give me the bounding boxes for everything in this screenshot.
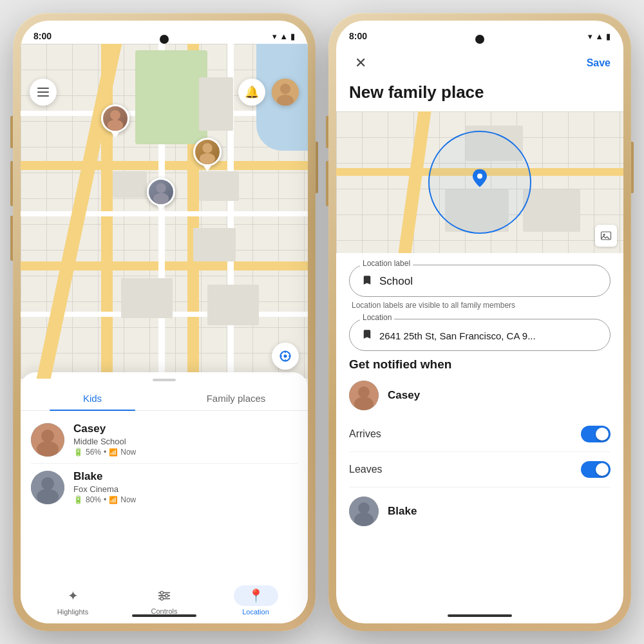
notify-avatar-casey — [349, 381, 379, 410]
map-block-2 — [193, 228, 236, 261]
map-block-5 — [207, 285, 259, 325]
svg-point-19 — [41, 430, 54, 442]
svg-point-34 — [358, 386, 370, 398]
svg-point-29 — [160, 597, 164, 600]
leaves-toggle[interactable] — [581, 461, 611, 478]
arrives-label: Arrives — [349, 428, 381, 440]
kid-avatar-blake — [31, 471, 64, 504]
map-block-4 — [199, 171, 239, 202]
save-button[interactable]: Save — [587, 57, 611, 69]
bell-icon: 🔔 — [245, 85, 259, 99]
phone-screen-1: 8:00 ▾ ▲ ▮ — [21, 21, 308, 623]
silent-button — [10, 216, 13, 261]
kid-name-blake: Blake — [73, 470, 298, 483]
location-button[interactable] — [272, 343, 299, 370]
family-place-map — [336, 111, 623, 253]
kid-status-blake: 🔋 80% • 📶 Now — [73, 495, 298, 504]
notification-button[interactable]: 🔔 — [238, 79, 265, 106]
arrives-toggle[interactable] — [581, 426, 611, 442]
notify-section-title: Get notified when — [349, 357, 611, 372]
close-button[interactable]: ✕ — [349, 52, 372, 75]
notify-person-casey: Casey — [349, 381, 611, 410]
map-area: 🔔 — [21, 44, 308, 379]
label-bookmark-icon — [361, 274, 373, 289]
svg-point-37 — [358, 502, 370, 514]
fp-content: Location label School Location labels ar… — [336, 253, 623, 538]
pin-avatar-mom — [193, 138, 222, 166]
map-top-controls: 🔔 — [21, 73, 308, 111]
phone-2: 8:00 ▾ ▲ ▮ ✕ Save New family place — [328, 13, 631, 631]
fp-block-3 — [523, 189, 580, 232]
kid-item-casey[interactable]: Casey Middle School 🔋 56% • 📶 Now — [21, 416, 308, 463]
svg-point-13 — [284, 355, 287, 358]
crosshair-icon — [279, 350, 292, 363]
svg-rect-8 — [37, 95, 49, 97]
svg-point-22 — [41, 477, 54, 490]
tab-family-places[interactable]: Family places — [164, 386, 308, 410]
volume-down-button — [10, 161, 13, 206]
page-title: New family place — [336, 80, 623, 111]
phone-body-2: 8:00 ▾ ▲ ▮ ✕ Save New family place — [328, 13, 631, 631]
svg-point-0 — [110, 110, 120, 120]
image-icon — [600, 230, 612, 242]
nav-highlights[interactable]: ✦ Highlights — [27, 582, 118, 620]
phone-1: 8:00 ▾ ▲ ▮ — [13, 13, 316, 631]
nav-highlights-container: ✦ — [57, 585, 89, 606]
volume-up-button — [10, 116, 13, 148]
svg-point-10 — [280, 84, 290, 94]
nav-location-label: Location — [242, 608, 269, 616]
svg-point-5 — [153, 193, 169, 204]
status-icons-2: ▾ ▲ ▮ — [588, 32, 611, 41]
camera-dot-2 — [475, 35, 484, 44]
svg-point-38 — [354, 513, 374, 526]
kid-info-blake: Blake Fox Cinema 🔋 80% • 📶 Now — [73, 470, 298, 504]
menu-button[interactable] — [30, 79, 57, 106]
person-pin-mom — [193, 138, 222, 171]
power-button-2 — [631, 142, 634, 193]
map-image-button[interactable] — [595, 225, 617, 247]
battery-icon: ▮ — [290, 32, 295, 41]
notify-person-blake: Blake — [349, 488, 611, 526]
nav-location[interactable]: 📍 Location — [210, 582, 301, 620]
nav-controls[interactable]: Controls — [118, 582, 210, 619]
person-pin-blake — [147, 178, 175, 211]
svg-point-1 — [108, 119, 123, 130]
svg-point-4 — [156, 183, 166, 193]
user-avatar-icon — [272, 79, 299, 106]
location-label-text: Location label — [360, 259, 413, 268]
map-pin — [473, 169, 487, 191]
controls-icon — [157, 589, 171, 603]
power-button — [316, 142, 318, 193]
user-avatar-button[interactable] — [272, 79, 299, 106]
toggle-row-leaves: Leaves — [349, 452, 611, 488]
wifi-icon-casey: 📶 — [109, 448, 118, 457]
kid-avatar-casey — [31, 423, 64, 457]
notify-section: Get notified when Casey — [349, 357, 611, 526]
svg-point-27 — [160, 591, 164, 594]
location-label-field[interactable]: Location label School — [349, 265, 611, 297]
location-icon: 📍 — [248, 588, 264, 603]
fp-field-content-label: School — [361, 274, 598, 289]
home-indicator-1 — [132, 614, 196, 617]
signal-icon: ▲ — [279, 32, 288, 41]
svg-point-28 — [165, 594, 168, 597]
location-field-value: 2641 25th St, San Francisco, CA 9... — [379, 330, 536, 341]
phone-body-1: 8:00 ▾ ▲ ▮ — [13, 13, 316, 631]
svg-rect-7 — [37, 91, 49, 93]
phone-screen-2: 8:00 ▾ ▲ ▮ ✕ Save New family place — [336, 21, 623, 623]
volume-down-button-2 — [326, 161, 328, 206]
location-field[interactable]: Location 2641 25th St, San Francisco, CA… — [349, 319, 611, 351]
nav-controls-container — [147, 586, 182, 605]
svg-rect-6 — [37, 88, 49, 89]
kid-location-casey: Middle School — [73, 437, 298, 446]
kid-item-blake[interactable]: Blake Fox Cinema 🔋 80% • 📶 Now — [21, 464, 308, 511]
notify-avatar-blake — [349, 497, 379, 526]
location-field-label: Location — [360, 313, 394, 322]
notify-person-name-casey: Casey — [388, 389, 420, 402]
map-road-h-white-2 — [21, 211, 308, 216]
tab-kids[interactable]: Kids — [21, 386, 164, 410]
kids-list: Casey Middle School 🔋 56% • 📶 Now — [21, 411, 308, 516]
location-pin-icon — [361, 328, 373, 343]
home-indicator-2 — [448, 614, 512, 617]
svg-point-3 — [200, 153, 215, 164]
